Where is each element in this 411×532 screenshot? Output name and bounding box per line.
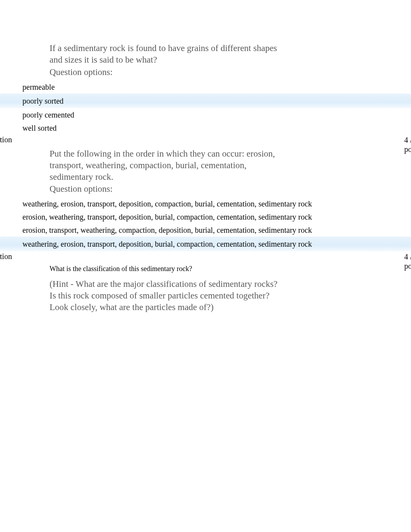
question-1-text: If a sedimentary rock is found to have g…: [50, 43, 287, 66]
question-divider-2: stion 4 / 4 poin: [0, 252, 411, 261]
question-2: Put the following in the order in which …: [0, 148, 411, 252]
question-3-hint: (Hint - What are the major classificatio…: [50, 278, 279, 313]
option-order-4: weathering, erosion, transport, depositi…: [0, 237, 411, 251]
option-order-2: erosion, weathering, transport, depositi…: [22, 210, 411, 223]
option-poorly-cemented: poorly cemented: [22, 108, 411, 121]
question-points-1: 4 / 4 poin: [404, 135, 411, 154]
question-divider-1: stion 4 / 4 poin: [0, 135, 411, 144]
option-poorly-sorted: poorly sorted: [0, 94, 411, 108]
question-2-text: Put the following in the order in which …: [50, 148, 287, 183]
question-1-options-label: Question options:: [50, 67, 411, 77]
question-points-2: 4 / 4 poin: [404, 252, 411, 271]
option-order-3: erosion, transport, weathering, compacti…: [22, 223, 411, 237]
points-label-partial-2: poin: [404, 261, 411, 271]
points-label-partial: poin: [404, 145, 411, 154]
option-order-1: weathering, erosion, transport, depositi…: [22, 197, 411, 210]
question-2-options-label: Question options:: [50, 184, 411, 194]
score-value: 4 / 4: [404, 135, 411, 145]
question-3: What is the classification of this sedim…: [0, 265, 411, 313]
question-2-options: weathering, erosion, transport, depositi…: [22, 197, 411, 251]
question-1: If a sedimentary rock is found to have g…: [0, 43, 411, 135]
question-3-sub-text: What is the classification of this sedim…: [50, 265, 411, 273]
option-permeable: permeable: [22, 80, 411, 94]
option-well-sorted: well sorted: [22, 121, 411, 135]
score-value-2: 4 / 4: [404, 252, 411, 261]
question-label-partial-2: stion: [0, 252, 12, 261]
question-label-partial: stion: [0, 135, 12, 144]
question-1-options: permeable poorly sorted poorly cemented …: [22, 80, 411, 135]
